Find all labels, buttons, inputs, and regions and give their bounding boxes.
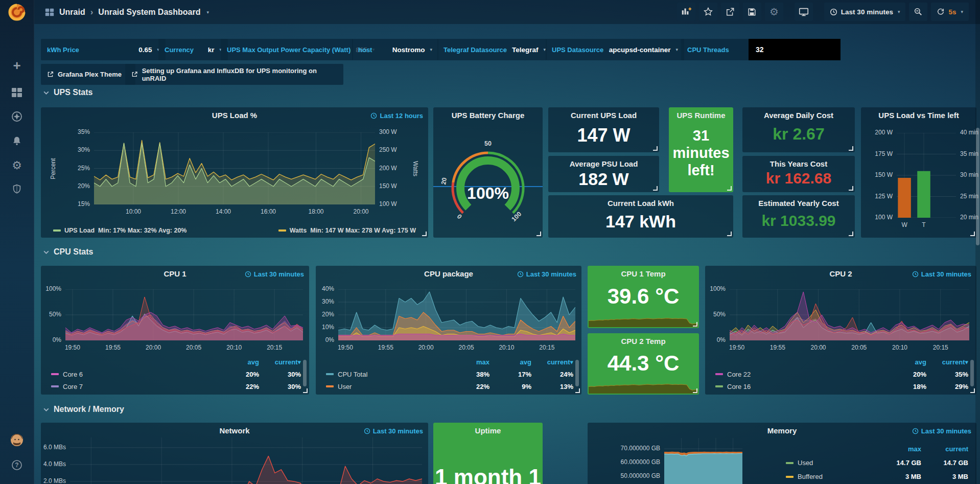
link-grafana-plex-theme[interactable]: Grafana Plex Theme — [41, 64, 135, 85]
help-icon[interactable]: ? — [0, 457, 34, 473]
stat-title[interactable]: Estimated Yearly Cost — [742, 199, 855, 208]
resize-handle[interactable] — [422, 232, 427, 236]
section-ups-stats[interactable]: UPS Stats — [43, 88, 92, 97]
zoom-out-button[interactable] — [909, 3, 927, 21]
resize-handle[interactable] — [727, 232, 732, 236]
chart-legend[interactable]: maxavgcurrent▾CPU Total38%17%24%User22%9… — [326, 356, 573, 393]
resize-handle[interactable] — [303, 388, 308, 393]
chart-legend[interactable]: avgcurrent▾Core 620%30%Core 722%30% — [51, 356, 301, 393]
resize-handle[interactable] — [653, 186, 658, 191]
star-button[interactable] — [699, 3, 717, 21]
folder-grid-icon — [45, 8, 54, 17]
grafana-dashboard: { "nav": { "breadcrumb_app": "Unraid", "… — [0, 0, 980, 484]
var-telegraf-datasource[interactable]: Telegraf Datasource Telegraf▾ — [437, 39, 547, 60]
chart-legend[interactable]: maxcurrentUsed14.7 GB14.7 GBBuffered3 MB… — [786, 442, 968, 483]
dashboards-grid-icon[interactable] — [0, 85, 34, 100]
ups-load-chart[interactable]: 35%30%25%20%15%Percent300 W250 W200 W150… — [41, 107, 428, 238]
stat-title[interactable]: CPU 1 Temp — [588, 269, 699, 278]
cpu-threads-input[interactable] — [749, 39, 841, 60]
dashboard-dropdown-caret[interactable]: ▾ — [206, 10, 209, 15]
stat-value: 147 kWh — [548, 213, 733, 231]
chart-legend[interactable]: UPS LoadMin: 17% Max: 32% Avg: 20%WattsM… — [53, 227, 416, 234]
section-cpu-stats[interactable]: CPU Stats — [43, 247, 93, 257]
share-button[interactable] — [721, 3, 739, 21]
panel-title[interactable]: UPS Load vs Time left — [861, 111, 976, 120]
resize-handle[interactable] — [970, 388, 975, 393]
top-navbar: Unraid › Unraid System Dashboard ▾ ⚙ Las… — [34, 0, 980, 24]
stat-title[interactable]: Average PSU Load — [548, 159, 659, 168]
user-avatar[interactable] — [0, 432, 34, 448]
explore-compass-icon[interactable] — [0, 109, 34, 124]
panel-memory: Memory Last 30 minutes 70.000000 GB60.00… — [588, 423, 976, 484]
resize-handle[interactable] — [575, 388, 580, 393]
link-ups-monitoring-guide[interactable]: Setting up Grafana and InfluxDB for UPS … — [125, 64, 343, 85]
stat-title[interactable]: Uptime — [433, 426, 543, 435]
resize-handle[interactable] — [727, 186, 732, 191]
panel-ups-load: UPS Load % Last 12 hours 35%30%25%20%15%… — [41, 107, 428, 238]
settings-gear-button[interactable]: ⚙ — [765, 3, 783, 21]
time-range-picker[interactable]: Last 30 minutes ▾ — [824, 3, 906, 21]
server-admin-shield-icon[interactable] — [0, 181, 34, 197]
var-host[interactable]: host Nostromo▾ — [352, 39, 438, 60]
stat-title[interactable]: Average Daily Cost — [742, 111, 855, 120]
resize-handle[interactable] — [693, 322, 697, 327]
page-scrollbar[interactable] — [975, 0, 980, 484]
dashboard-title[interactable]: Unraid System Dashboard — [98, 8, 200, 17]
panel-cpu-package: CPU package Last 30 minutes 40%30%20%10%… — [316, 266, 581, 395]
legend-scrollbar[interactable] — [575, 360, 579, 386]
ups-load-vs-time-chart[interactable]: 200 W175 W150 W125 W100 W40 min35 min30 … — [861, 107, 976, 238]
resize-handle[interactable] — [536, 232, 541, 236]
panel-time-range[interactable]: Last 12 hours — [370, 112, 423, 120]
scrollbar-thumb[interactable] — [976, 128, 979, 245]
battery-gauge[interactable]: 02050100 — [433, 107, 543, 238]
save-button[interactable] — [743, 3, 761, 21]
panel-current-ups-load: Current UPS Load 147 W — [548, 107, 659, 152]
panel-network: Network Last 30 minutes 6.0 MBs4.0 MBs2.… — [41, 423, 428, 484]
panel-time-range[interactable]: Last 30 minutes — [912, 270, 971, 278]
stat-title[interactable]: Current Load kWh — [548, 199, 733, 208]
stat-title[interactable]: Current UPS Load — [548, 111, 659, 120]
panel-title[interactable]: UPS Load % — [41, 111, 428, 120]
stat-value: kr 1033.99 — [742, 213, 855, 229]
stat-title[interactable]: This Years Cost — [742, 159, 855, 168]
var-ups-datasource[interactable]: UPS Datasource apcupsd-container▾ — [546, 39, 684, 60]
resize-handle[interactable] — [849, 146, 853, 151]
chart-legend[interactable]: avgcurrent▾Core 2220%35%Core 1618%29% — [715, 356, 968, 393]
panel-cpu1-temp: CPU 1 Temp 39.6 °C — [588, 266, 699, 328]
refresh-picker[interactable]: 5s ▾ — [931, 3, 969, 21]
temp-sparkline — [589, 312, 698, 327]
panel-time-range[interactable]: Last 30 minutes — [245, 270, 304, 278]
create-plus-icon[interactable]: + — [0, 58, 34, 73]
section-network-memory[interactable]: Network / Memory — [43, 405, 124, 414]
var-ups-max-output[interactable]: UPS Max Output Power Capacity (Watt) 865… — [221, 39, 353, 60]
grafana-logo-icon[interactable] — [7, 2, 27, 22]
panel-time-range[interactable]: Last 30 minutes — [517, 270, 576, 278]
breadcrumb-folder[interactable]: Unraid — [59, 8, 85, 17]
panel-cpu1: CPU 1 Last 30 minutes 100%50%0%19:5019:5… — [41, 266, 309, 395]
resize-handle[interactable] — [849, 186, 853, 191]
stat-value: kr 2.67 — [742, 126, 855, 143]
resize-handle[interactable] — [970, 232, 975, 236]
tv-cycle-button[interactable] — [795, 3, 813, 21]
resize-handle[interactable] — [849, 232, 853, 236]
resize-handle[interactable] — [653, 146, 658, 151]
var-kwh-price[interactable]: kWh Price 0.65▾ — [41, 39, 166, 60]
var-currency[interactable]: Currency kr▾ — [158, 39, 228, 60]
stat-value: 44.3 °C — [588, 352, 699, 375]
panel-uptime: Uptime 1 month 1 — [433, 423, 543, 484]
add-panel-button[interactable] — [677, 3, 695, 21]
stat-title[interactable]: CPU 2 Temp — [588, 337, 699, 345]
resize-handle[interactable] — [693, 388, 697, 393]
alerting-bell-icon[interactable] — [0, 133, 34, 149]
legend-scrollbar[interactable] — [970, 360, 974, 386]
panel-average-psu-load: Average PSU Load 182 W — [548, 156, 659, 192]
stat-title[interactable]: UPS Runtime — [669, 111, 733, 120]
panel-title[interactable]: UPS Battery Charge — [433, 111, 543, 120]
svg-text:?: ? — [15, 462, 18, 469]
configuration-gear-icon[interactable]: ⚙ — [0, 158, 34, 173]
stat-value: kr 162.68 — [742, 170, 855, 187]
legend-scrollbar[interactable] — [303, 360, 307, 386]
panel-ups-runtime: UPS Runtime 31 minutes left! — [669, 107, 733, 192]
panel-time-range[interactable]: Last 30 minutes — [364, 427, 423, 435]
panel-time-range[interactable]: Last 30 minutes — [912, 427, 971, 435]
